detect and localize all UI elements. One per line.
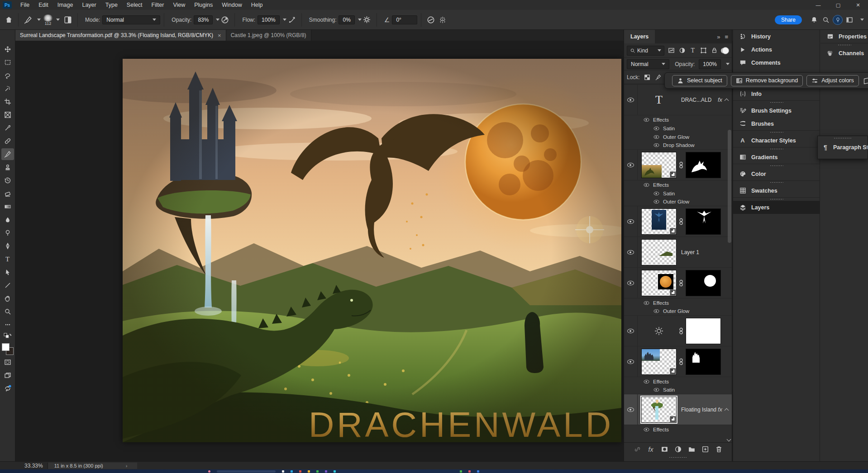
gradient-tool-icon[interactable] — [1, 201, 14, 213]
eraser-tool-icon[interactable] — [1, 188, 14, 199]
document-tab-active[interactable]: Surreal Landscape Transformation.pdf @ 3… — [15, 30, 226, 41]
visibility-eye-icon[interactable] — [627, 281, 634, 285]
opacity-dropdown[interactable] — [213, 15, 219, 24]
smoothing-gear-icon[interactable] — [361, 14, 373, 26]
menu-view[interactable]: View — [169, 1, 189, 9]
link-layers-icon[interactable] — [632, 445, 642, 454]
dock-group-separator[interactable] — [733, 147, 820, 151]
layer-row-brightness-adjustment[interactable] — [624, 316, 732, 346]
effects-header[interactable]: Effects — [624, 180, 732, 189]
collapse-effects-icon[interactable] — [725, 408, 729, 412]
layer-opacity-dropdown[interactable] — [723, 60, 729, 69]
layer-row-text[interactable]: T DRAC...ALD fx — [624, 85, 732, 115]
dock-group-separator[interactable] — [733, 180, 820, 184]
canvas-document[interactable]: DRACHENWALD — [123, 59, 621, 442]
effect-outer-glow[interactable]: Outer Glow — [624, 198, 732, 206]
fx-badge[interactable]: fx — [718, 96, 722, 103]
layers-panel-tab[interactable]: Layers — [624, 30, 655, 43]
cloud-sync-icon[interactable] — [1, 383, 14, 394]
visibility-eye-icon[interactable] — [654, 192, 659, 195]
foreground-background-swatches[interactable] — [2, 343, 14, 355]
close-button[interactable]: ✕ — [848, 0, 868, 10]
pen-tool-icon[interactable] — [1, 240, 14, 252]
brush-tip-preview[interactable]: 112 — [43, 14, 53, 25]
search-icon[interactable] — [820, 14, 832, 25]
dock-item-history[interactable]: History — [733, 30, 820, 43]
new-layer-icon[interactable] — [700, 445, 710, 454]
taskbar-app-icon[interactable] — [316, 470, 319, 473]
menu-type[interactable]: Type — [101, 1, 122, 9]
panel-resize-grip[interactable] — [624, 456, 732, 459]
layer-mask-thumbnail[interactable] — [686, 349, 721, 375]
dock-item-comments[interactable]: Comments — [733, 56, 820, 69]
dock-item-color[interactable]: Color — [733, 167, 820, 180]
visibility-eye-icon[interactable] — [654, 200, 659, 203]
transform-icon[interactable] — [863, 75, 868, 86]
visibility-eye-icon[interactable] — [644, 380, 649, 383]
path-selection-tool-icon[interactable] — [1, 266, 14, 278]
tab-close-icon[interactable]: × — [218, 32, 221, 39]
mask-link-icon[interactable] — [677, 161, 686, 169]
paragraph-styles-flyout[interactable]: ¶ Paragraph Style — [817, 136, 868, 159]
visibility-eye-icon[interactable] — [627, 98, 634, 102]
taskbar-app-icon[interactable] — [208, 470, 210, 473]
dock-item-properties[interactable]: Properties — [820, 30, 868, 43]
edit-toolbar-icon[interactable] — [1, 319, 14, 331]
brush-tool-icon[interactable] — [1, 148, 14, 160]
foreground-color-swatch[interactable] — [2, 343, 10, 351]
layer-thumbnail[interactable] — [641, 397, 677, 423]
airbrush-icon[interactable] — [286, 14, 298, 26]
layer-row-blue-dragon[interactable] — [624, 206, 732, 237]
dock-group-separator[interactable] — [733, 100, 820, 104]
layer-row-floating-island[interactable]: Floating Island fx — [624, 394, 732, 425]
pressure-opacity-icon[interactable] — [219, 14, 231, 26]
menu-select[interactable]: Select — [123, 1, 147, 9]
status-chevron-icon[interactable]: › — [126, 463, 128, 468]
mask-link-icon[interactable] — [677, 279, 686, 287]
discover-lightbulb-icon[interactable] — [832, 14, 844, 25]
filter-kind-select[interactable]: Kind — [627, 46, 664, 56]
layer-row-green-dragon[interactable] — [624, 150, 732, 180]
move-tool-icon[interactable] — [1, 43, 14, 55]
taskbar-app-icon[interactable] — [282, 470, 284, 473]
dock-group-separator[interactable] — [820, 43, 868, 47]
fx-badge[interactable]: fx — [718, 406, 722, 413]
lock-transparency-icon[interactable] — [643, 73, 651, 81]
effects-header[interactable]: Effects — [624, 377, 732, 386]
panel-menu-icon[interactable]: ≡ — [725, 33, 728, 40]
mask-link-icon[interactable] — [677, 327, 686, 335]
taskbar-app-icon[interactable] — [477, 470, 479, 473]
brush-angle-field[interactable]: 0° — [392, 15, 417, 24]
effect-satin[interactable]: Satin — [624, 124, 732, 132]
dock-group-separator[interactable] — [733, 164, 820, 167]
flow-field[interactable]: 100% — [258, 15, 280, 24]
layer-name[interactable]: Floating Island — [681, 407, 716, 413]
adjust-colors-button[interactable]: Adjust colors — [806, 75, 859, 86]
menu-filter[interactable]: Filter — [148, 1, 168, 9]
crop-tool-icon[interactable] — [1, 96, 14, 108]
lasso-tool-icon[interactable] — [1, 70, 14, 81]
dock-group-separator[interactable] — [733, 130, 820, 134]
effect-satin[interactable]: Satin — [624, 189, 732, 198]
filter-pixel-layers-icon[interactable] — [667, 46, 675, 55]
visibility-eye-icon[interactable] — [627, 329, 634, 333]
brush-preset-dropdown[interactable] — [34, 15, 40, 24]
taskbar-app-icon[interactable] — [460, 470, 462, 473]
zoom-level-field[interactable]: 33.33% — [20, 463, 48, 469]
workspace-switcher-icon[interactable] — [844, 14, 855, 25]
menu-window[interactable]: Window — [218, 1, 246, 9]
layer-thumbnail[interactable] — [641, 152, 677, 178]
layer-thumbnail[interactable] — [641, 349, 677, 375]
visibility-eye-icon[interactable] — [627, 407, 634, 412]
menu-edit[interactable]: Edit — [34, 1, 52, 9]
menu-plugins[interactable]: Plugins — [190, 1, 217, 9]
visibility-eye-icon[interactable] — [654, 309, 659, 313]
collapse-panel-icon[interactable]: » — [717, 33, 720, 40]
taskbar-app-icon[interactable] — [291, 470, 293, 473]
clone-stamp-tool-icon[interactable] — [1, 161, 14, 173]
screen-mode-icon[interactable] — [1, 369, 14, 381]
effect-outer-glow[interactable]: Outer Glow — [624, 132, 732, 141]
visibility-eye-icon[interactable] — [644, 118, 649, 122]
collapse-effects-icon[interactable] — [725, 98, 729, 103]
visibility-eye-icon[interactable] — [627, 219, 634, 224]
